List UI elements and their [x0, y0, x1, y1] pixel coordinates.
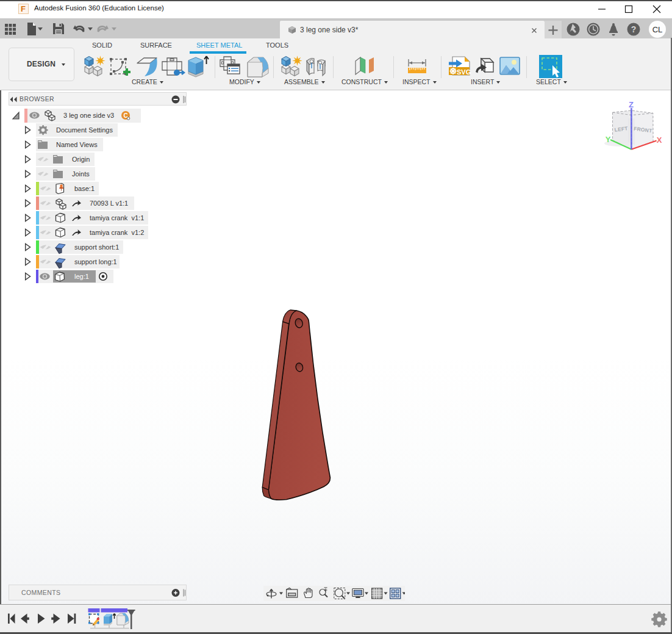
svg-text:leg:1: leg:1 [74, 273, 89, 280]
svg-text:Joints: Joints [72, 170, 90, 178]
svg-text:3 leg one side v3: 3 leg one side v3 [63, 112, 114, 119]
svg-text:CL: CL [652, 25, 663, 34]
svg-text:?: ? [631, 24, 637, 34]
svg-text:X: X [657, 135, 662, 145]
svg-text:Z: Z [629, 100, 634, 109]
svg-text:Document Settings: Document Settings [56, 126, 113, 134]
svg-text:Named Views: Named Views [56, 141, 98, 148]
svg-text:Y: Y [606, 135, 611, 144]
svg-text:support long:1: support long:1 [74, 258, 117, 265]
svg-text:tamiya crank v1:1: tamiya crank v1:1 [90, 214, 144, 222]
svg-text:tamiya crank v1:2: tamiya crank v1:2 [90, 229, 144, 236]
svg-text:70093 L v1:1: 70093 L v1:1 [90, 200, 128, 207]
svg-text:base:1: base:1 [74, 185, 95, 192]
svg-text:Origin: Origin [72, 156, 90, 163]
svg-text:support short:1: support short:1 [74, 243, 119, 251]
